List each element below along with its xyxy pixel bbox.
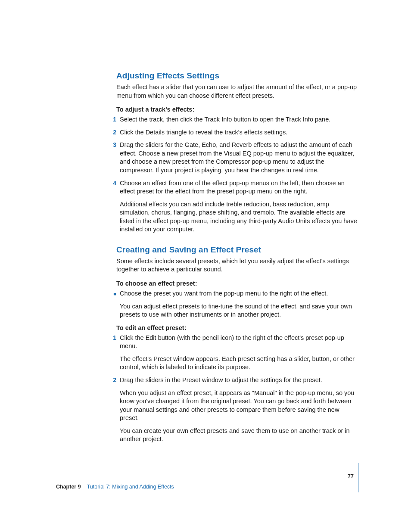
bullet-icon: ■ xyxy=(109,289,120,297)
list-item-tail: The effect's Preset window appears. Each… xyxy=(120,355,357,372)
list-item-text: Choose the preset you want from the pop-… xyxy=(120,289,357,319)
list-marker: 1 xyxy=(109,115,120,124)
subhead-choose-preset: To choose an effect preset: xyxy=(116,280,357,287)
list-item: ■ Choose the preset you want from the po… xyxy=(116,289,357,319)
list-marker: 2 xyxy=(109,128,120,137)
heading-adjusting-effects: Adjusting Effects Settings xyxy=(116,71,357,81)
list-item: 1 Click the Edit button (with the pencil… xyxy=(116,334,357,372)
ordered-list-adjust: 1 Select the track, then click the Track… xyxy=(116,115,357,234)
list-item-text: Drag the sliders for the Gate, Echo, and… xyxy=(120,141,357,174)
chapter-title: Tutorial 7: Mixing and Adding Effects xyxy=(87,484,174,490)
subhead-edit-preset: To edit an effect preset: xyxy=(116,324,357,331)
list-item-tail: Additional effects you can add include t… xyxy=(120,200,357,234)
footer-right: 77 xyxy=(348,463,358,490)
document-page: Adjusting Effects Settings Each effect h… xyxy=(0,0,411,532)
list-marker: 1 xyxy=(109,334,120,342)
intro-paragraph: Some effects include several presets, wh… xyxy=(116,257,357,274)
list-item-text: Click the Edit button (with the pencil i… xyxy=(120,334,357,372)
list-marker: 4 xyxy=(109,179,120,187)
footer-left: Chapter 9 Tutorial 7: Mixing and Adding … xyxy=(56,484,174,490)
list-item-para: Choose the preset you want from the pop-… xyxy=(120,289,357,298)
subhead-adjust-track: To adjust a track's effects: xyxy=(116,106,357,113)
intro-paragraph: Each effect has a slider that you can us… xyxy=(116,83,357,100)
chapter-label: Chapter 9 xyxy=(56,484,81,490)
list-item-text: Drag the sliders in the Preset window to… xyxy=(120,376,357,444)
list-item-para: Click the Edit button (with the pencil i… xyxy=(120,334,357,351)
list-item-tail2: You can create your own effect presets a… xyxy=(120,427,357,444)
list-item-tail: When you adjust an effect preset, it app… xyxy=(120,389,357,423)
section-adjusting-effects: Adjusting Effects Settings Each effect h… xyxy=(116,71,357,234)
list-item-tail: You can adjust effect presets to fine-tu… xyxy=(120,302,357,319)
page-footer: Chapter 9 Tutorial 7: Mixing and Adding … xyxy=(0,463,411,490)
list-item-para: Drag the sliders in the Preset window to… xyxy=(120,376,357,385)
list-item: 4 Choose an effect from one of the effec… xyxy=(116,179,357,234)
bullet-list-choose: ■ Choose the preset you want from the po… xyxy=(116,289,357,319)
heading-creating-preset: Creating and Saving an Effect Preset xyxy=(116,245,357,255)
list-item-text: Select the track, then click the Track I… xyxy=(120,115,357,124)
ordered-list-edit: 1 Click the Edit button (with the pencil… xyxy=(116,334,357,444)
list-item-text: Choose an effect from one of the effect … xyxy=(120,179,357,234)
list-item: 1 Select the track, then click the Track… xyxy=(116,115,357,124)
list-marker: 3 xyxy=(109,141,120,149)
list-item: 2 Click the Details triangle to reveal t… xyxy=(116,128,357,137)
list-item: 2 Drag the sliders in the Preset window … xyxy=(116,376,357,444)
page-number: 77 xyxy=(348,473,354,479)
footer-rule xyxy=(358,463,358,492)
list-item-para: Choose an effect from one of the effect … xyxy=(120,179,357,196)
list-item: 3 Drag the sliders for the Gate, Echo, a… xyxy=(116,141,357,174)
list-marker: 2 xyxy=(109,376,120,384)
section-creating-preset: Creating and Saving an Effect Preset Som… xyxy=(116,245,357,444)
list-item-text: Click the Details triangle to reveal the… xyxy=(120,128,357,137)
